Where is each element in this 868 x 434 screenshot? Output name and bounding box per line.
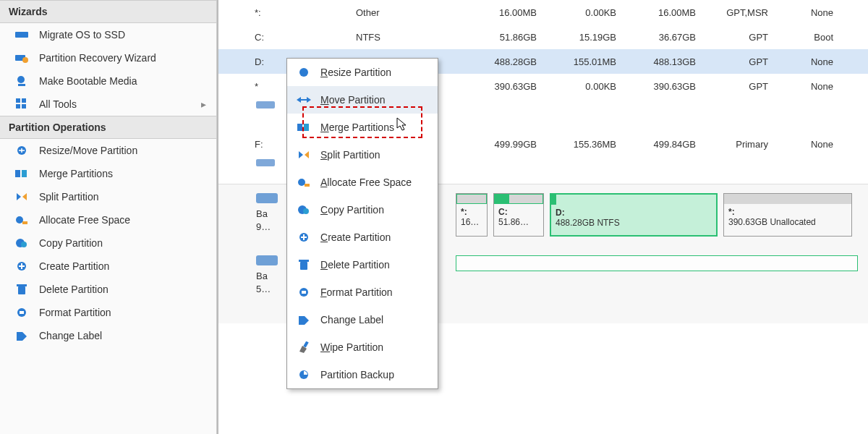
cm-split-partition[interactable]: Split Partition [287, 141, 438, 169]
table-row[interactable]: *: Other 16.00MB 0.00KB 16.00MB GPT,MSR … [218, 0, 868, 25]
resize-icon [296, 66, 312, 79]
wipe-icon [296, 341, 312, 354]
sidebar-item-allocate[interactable]: Allocate Free Space [0, 208, 216, 231]
chevron-right-icon: ▸ [201, 98, 206, 110]
cell-free: 16.00MB [616, 7, 696, 18]
cm-partition-backup[interactable]: Partition Backup [287, 361, 438, 388]
sidebar-item-label: Resize/Move Partition [39, 145, 137, 156]
disk-block-full[interactable] [456, 255, 858, 271]
svg-point-28 [303, 208, 309, 214]
sidebar-item-resize-move[interactable]: Resize/Move Partition [0, 139, 216, 162]
cell-size: 16.00MB [457, 7, 537, 18]
disk-block-c[interactable]: C:51.86… [493, 193, 544, 237]
sidebar-item-format[interactable]: Format Partition [0, 301, 216, 324]
allocate-icon [296, 176, 312, 189]
sidebar-item-migrate-os[interactable]: Migrate OS to SSD [0, 23, 216, 46]
cell-free: 390.63GB [616, 81, 696, 92]
cell-type: GPT [696, 32, 768, 43]
cm-label: Delete Partition [320, 259, 390, 271]
sidebar-item-label: Allocate Free Space [39, 214, 130, 226]
svg-rect-31 [299, 260, 309, 262]
cell-size: 499.99GB [457, 139, 537, 150]
cm-format-partition[interactable]: Format Partition [287, 278, 438, 306]
merge-icon [14, 168, 29, 179]
svg-rect-11 [22, 170, 27, 177]
svg-point-12 [16, 216, 23, 224]
cm-label: Copy Partition [320, 204, 384, 216]
sidebar-item-copy[interactable]: Copy Partition [0, 231, 216, 255]
svg-rect-34 [303, 341, 308, 347]
cell-type: GPT,MSR [696, 7, 768, 18]
cm-label: Wipe Partition [320, 341, 383, 353]
svg-rect-5 [16, 98, 20, 103]
sidebar-item-label: Format Partition [39, 307, 111, 318]
create-icon [14, 260, 29, 272]
svg-point-25 [298, 179, 305, 186]
cm-wipe-partition[interactable]: Wipe Partition [287, 333, 438, 361]
disk-block-star1[interactable]: *:16… [456, 193, 488, 237]
sidebar-item-label: Partition Recovery Wizard [39, 52, 156, 64]
svg-rect-4 [18, 84, 25, 86]
cm-label: Resize Partition [320, 67, 391, 78]
sidebar-item-label: Make Bootable Media [39, 75, 137, 87]
disk-block-d-selected[interactable]: D:488.28GB NTFS [550, 193, 718, 237]
sidebar-item-label: Create Partition [39, 260, 109, 272]
disk-block-unallocated[interactable]: *:390.63GB Unallocated [723, 193, 852, 237]
cm-merge-partitions[interactable]: Merge Partitions [287, 114, 438, 141]
cm-move-partition[interactable]: Move Partition [287, 86, 438, 114]
cm-allocate-free-space[interactable]: Allocate Free Space [287, 169, 438, 196]
cell-status: None [768, 139, 833, 150]
cell-fs: Other [356, 7, 457, 18]
cm-label: Split Partition [320, 149, 380, 161]
sidebar-item-bootable-media[interactable]: Make Bootable Media [0, 69, 216, 93]
table-row[interactable]: C: NTFS 51.86GB 15.19GB 36.67GB GPT Boot [218, 25, 868, 49]
cm-resize-partition[interactable]: Resize Partition [287, 59, 438, 86]
disk-icon [256, 193, 278, 203]
cm-label: Partition Backup [320, 369, 394, 380]
cm-create-partition[interactable]: Create Partition [287, 224, 438, 251]
svg-rect-33 [302, 291, 306, 294]
svg-rect-20 [20, 311, 24, 314]
format-icon [14, 307, 29, 318]
svg-rect-18 [17, 284, 27, 286]
cm-delete-partition[interactable]: Delete Partition [287, 251, 438, 278]
svg-rect-7 [16, 104, 20, 109]
move-icon [296, 93, 312, 106]
sidebar-item-merge[interactable]: Merge Partitions [0, 162, 216, 185]
svg-rect-30 [300, 262, 307, 270]
cm-change-label[interactable]: Change Label [287, 306, 438, 333]
cell-used: 0.00KB [537, 81, 616, 92]
operations-header: Partition Operations [0, 116, 216, 139]
sidebar-item-create[interactable]: Create Partition [0, 255, 216, 278]
svg-rect-8 [22, 104, 26, 109]
sidebar-item-delete[interactable]: Delete Partition [0, 278, 216, 301]
cm-label: Allocate Free Space [320, 176, 412, 188]
cm-copy-partition[interactable]: Copy Partition [287, 196, 438, 224]
svg-rect-10 [15, 170, 20, 177]
delete-icon [14, 284, 29, 295]
cell-used: 155.01MB [537, 56, 616, 67]
format-icon [296, 286, 312, 299]
bootable-icon [14, 75, 29, 87]
sidebar-item-recovery-wizard[interactable]: Partition Recovery Wizard [0, 46, 216, 69]
cell-used: 155.36MB [537, 139, 616, 150]
svg-rect-24 [304, 124, 309, 131]
copy-icon [296, 203, 312, 216]
sidebar-item-all-tools[interactable]: All Tools ▸ [0, 93, 216, 116]
wizards-header: Wizards [0, 0, 216, 23]
split-icon [296, 148, 312, 161]
label-icon [296, 313, 312, 326]
cell-status: None [768, 56, 833, 67]
cell-free: 36.67GB [616, 32, 696, 43]
cell-type: GPT [696, 56, 768, 67]
svg-rect-26 [305, 184, 310, 187]
svg-rect-13 [22, 221, 27, 224]
svg-rect-17 [18, 286, 25, 294]
sidebar-item-change-label[interactable]: Change Label [0, 324, 216, 347]
cell-size: 488.28GB [457, 56, 537, 67]
cm-label: Change Label [320, 314, 383, 326]
sidebar-item-split[interactable]: Split Partition [0, 185, 216, 208]
cell-size: 390.63GB [457, 81, 537, 92]
sidebar-item-label: Split Partition [39, 191, 98, 203]
cell-fs: NTFS [356, 32, 457, 43]
